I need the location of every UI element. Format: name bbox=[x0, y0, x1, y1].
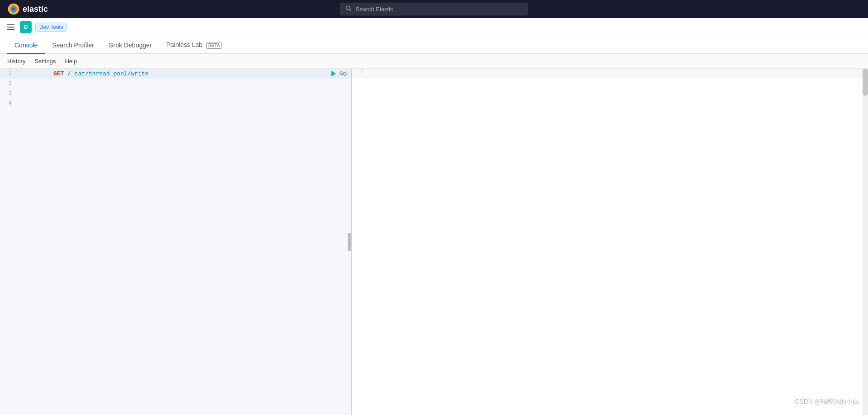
tabs-bar: Console Search Profiler Grok Debugger Pa… bbox=[0, 36, 868, 54]
editor-pane[interactable]: 1 GET /_cat/thread_pool/write bbox=[0, 69, 352, 415]
editor-line-3[interactable]: 3 bbox=[0, 89, 351, 98]
tab-search-profiler[interactable]: Search Profiler bbox=[45, 37, 101, 54]
dev-tools-button[interactable]: Dev Tools bbox=[35, 23, 67, 32]
output-line-1: 1 bbox=[352, 69, 868, 79]
beta-badge: BETA bbox=[206, 42, 222, 49]
top-navigation: elastic Search Elastic bbox=[0, 0, 868, 18]
output-line-number-1: 1 bbox=[352, 69, 368, 79]
scrollbar-thumb[interactable] bbox=[863, 69, 868, 96]
editor-line-4[interactable]: 4 bbox=[0, 98, 351, 108]
search-bar[interactable]: Search Elastic bbox=[341, 3, 528, 15]
settings-button[interactable]: Settings bbox=[34, 58, 56, 65]
line-number-4: 4 bbox=[0, 100, 16, 107]
tab-painless-lab[interactable]: Painless Lab BETA bbox=[159, 37, 229, 54]
main-content: 1 GET /_cat/thread_pool/write bbox=[0, 69, 868, 415]
line-number-2: 2 bbox=[0, 80, 16, 87]
history-button[interactable]: History bbox=[7, 58, 25, 65]
editor-line-2[interactable]: 2 bbox=[0, 79, 351, 89]
right-scrollbar[interactable] bbox=[863, 69, 868, 415]
resize-dots: ⋮ bbox=[346, 238, 352, 246]
user-avatar: D bbox=[20, 21, 32, 33]
editor-content: 1 GET /_cat/thread_pool/write bbox=[0, 69, 351, 415]
line-number-1: 1 bbox=[0, 70, 16, 77]
hamburger-line-1 bbox=[7, 24, 14, 25]
watermark: CSDN @喝醉酒的小白 bbox=[795, 398, 859, 406]
svg-point-3 bbox=[12, 8, 15, 11]
search-icon bbox=[346, 5, 352, 13]
search-placeholder: Search Elastic bbox=[356, 6, 393, 13]
keyword-get: GET bbox=[53, 70, 64, 77]
path-text-1: /_cat/thread_pool/write bbox=[64, 70, 148, 77]
hamburger-line-2 bbox=[7, 27, 14, 28]
svg-line-5 bbox=[350, 9, 351, 11]
elastic-logo[interactable]: elastic bbox=[7, 3, 48, 15]
tab-grok-debugger[interactable]: Grok Debugger bbox=[101, 37, 159, 54]
elastic-logo-icon bbox=[7, 3, 20, 15]
link-icon bbox=[340, 70, 347, 77]
output-pane: 1 bbox=[352, 69, 868, 415]
resize-handle[interactable]: ⋮ bbox=[348, 233, 351, 251]
hamburger-button[interactable] bbox=[5, 23, 16, 32]
help-button[interactable]: Help bbox=[65, 58, 77, 65]
run-button[interactable] bbox=[330, 70, 337, 77]
play-icon bbox=[331, 71, 336, 76]
copy-as-curl-button[interactable] bbox=[339, 69, 348, 78]
line-number-3: 3 bbox=[0, 90, 16, 97]
sub-toolbar: History Settings Help bbox=[0, 54, 868, 69]
editor-line-1[interactable]: 1 GET /_cat/thread_pool/write bbox=[0, 69, 351, 79]
search-bar-container: Search Elastic bbox=[341, 3, 528, 15]
app-toolbar: D Dev Tools bbox=[0, 18, 868, 36]
elastic-logo-text: elastic bbox=[23, 5, 48, 14]
tab-console[interactable]: Console bbox=[7, 37, 45, 54]
hamburger-line-3 bbox=[7, 29, 14, 30]
line-actions-1 bbox=[330, 69, 351, 78]
